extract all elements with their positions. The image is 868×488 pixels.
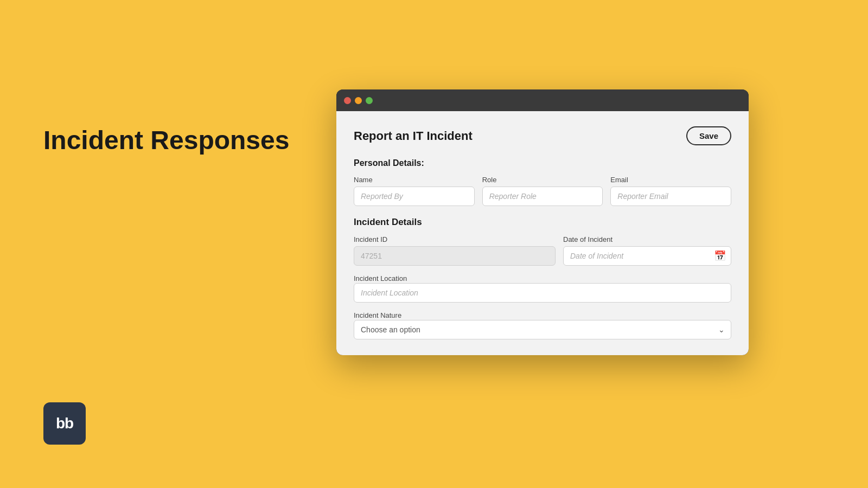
name-field-group: Name [354,176,475,206]
save-button[interactable]: Save [686,126,731,145]
incident-id-field-group: Incident ID [354,235,556,266]
close-dot[interactable] [344,97,351,104]
maximize-dot[interactable] [366,97,373,104]
incident-nature-section: Incident Nature Choose an option Hardwar… [354,310,731,339]
incident-location-section: Incident Location [354,273,731,303]
personal-details-fields: Name Role Email [354,176,731,206]
form-title: Report an IT Incident [354,129,473,143]
name-label: Name [354,176,475,184]
incident-nature-select[interactable]: Choose an option Hardware Failure Softwa… [354,320,731,339]
incident-nature-label: Incident Nature [354,311,401,319]
personal-details-label: Personal Details: [354,158,731,168]
incident-id-input [354,246,556,266]
email-field-group: Email [610,176,731,206]
logo: bb [43,402,86,445]
browser-titlebar [336,89,749,111]
minimize-dot[interactable] [355,97,362,104]
browser-window: Report an IT Incident Save Personal Deta… [336,89,749,355]
role-input[interactable] [482,187,603,206]
date-of-incident-field-group: Date of Incident 📅 [563,235,731,266]
page-title: Incident Responses [43,125,289,156]
name-input[interactable] [354,187,475,206]
date-of-incident-label: Date of Incident [563,235,731,243]
role-label: Role [482,176,603,184]
incident-location-input[interactable] [354,283,731,303]
incident-id-label: Incident ID [354,235,556,243]
form-header: Report an IT Incident Save [354,126,731,145]
email-label: Email [610,176,731,184]
email-input[interactable] [610,187,731,206]
personal-details-section: Personal Details: Name Role Email [354,158,731,206]
logo-text: bb [56,415,73,432]
incident-nature-select-wrapper: Choose an option Hardware Failure Softwa… [354,320,731,339]
incident-details-section: Incident Details Incident ID Date of Inc… [354,217,731,339]
incident-location-label: Incident Location [354,274,407,282]
incident-id-date-row: Incident ID Date of Incident 📅 [354,235,731,266]
date-of-incident-input[interactable] [563,246,731,266]
browser-content: Report an IT Incident Save Personal Deta… [336,111,749,355]
role-field-group: Role [482,176,603,206]
incident-details-label: Incident Details [354,217,731,228]
date-input-wrapper: 📅 [563,246,731,266]
